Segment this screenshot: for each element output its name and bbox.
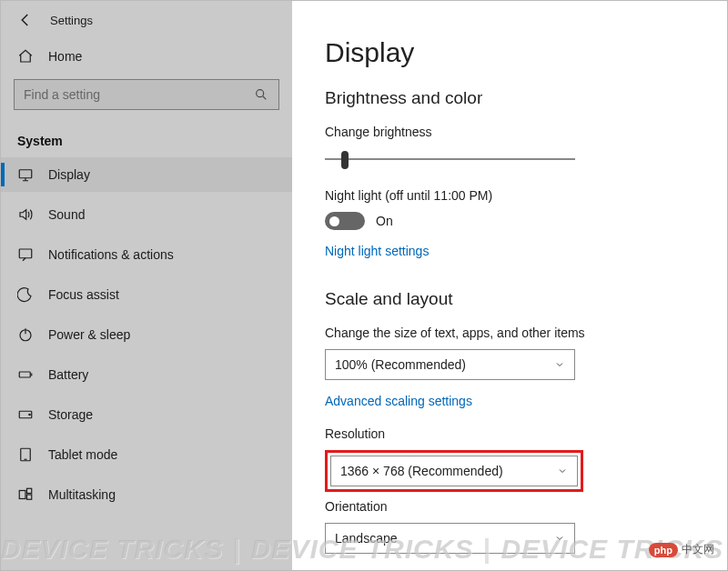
section-scale: Scale and layout xyxy=(325,289,694,309)
scale-select[interactable]: 100% (Recommended) xyxy=(325,349,575,380)
window-title: Settings xyxy=(50,14,93,27)
orientation-select[interactable]: Landscape xyxy=(325,523,575,554)
resolution-highlight: 1366 × 768 (Recommended) xyxy=(325,450,583,492)
sidebar-item-label: Tablet mode xyxy=(48,447,117,462)
resolution-select[interactable]: 1366 × 768 (Recommended) xyxy=(330,456,578,486)
search-icon xyxy=(253,86,269,103)
svg-rect-2 xyxy=(19,249,32,258)
section-system: System xyxy=(1,126,292,157)
nav-list: Display Sound Notifications & actions Fo… xyxy=(1,157,292,512)
back-arrow-icon[interactable] xyxy=(17,12,34,28)
sidebar-item-power[interactable]: Power & sleep xyxy=(1,317,292,352)
night-light-settings-link[interactable]: Night light settings xyxy=(325,244,429,258)
sidebar-item-label: Focus assist xyxy=(48,287,119,302)
sidebar-item-tablet[interactable]: Tablet mode xyxy=(1,437,292,472)
sidebar-item-label: Sound xyxy=(48,207,85,222)
night-light-label: Night light (off until 11:00 PM) xyxy=(325,188,694,203)
resolution-label: Resolution xyxy=(325,426,694,441)
search-field[interactable] xyxy=(24,87,242,102)
svg-rect-10 xyxy=(27,495,32,499)
sidebar-item-battery[interactable]: Battery xyxy=(1,357,292,392)
svg-rect-8 xyxy=(19,491,25,499)
scale-label: Change the size of text, apps, and other… xyxy=(325,326,694,340)
slider-thumb[interactable] xyxy=(341,151,349,169)
orientation-value: Landscape xyxy=(335,531,398,546)
sound-icon xyxy=(17,206,34,223)
multitasking-icon xyxy=(17,486,34,503)
svg-rect-4 xyxy=(19,372,30,377)
focus-icon xyxy=(17,286,34,303)
display-icon xyxy=(17,166,34,183)
night-light-state: On xyxy=(376,214,393,228)
power-icon xyxy=(17,326,34,343)
brightness-label: Change brightness xyxy=(325,125,694,139)
sidebar-item-label: Multitasking xyxy=(48,487,116,502)
sidebar-item-label: Storage xyxy=(48,407,93,422)
resolution-value: 1366 × 768 (Recommended) xyxy=(340,464,503,478)
battery-icon xyxy=(17,366,34,383)
svg-point-0 xyxy=(257,90,264,97)
orientation-label: Orientation xyxy=(325,499,694,514)
notifications-icon xyxy=(17,246,34,263)
settings-sidebar: Settings Home System Display xyxy=(1,1,292,570)
section-brightness: Brightness and color xyxy=(325,88,694,108)
svg-rect-1 xyxy=(19,170,32,178)
sidebar-item-label: Display xyxy=(48,167,90,182)
sidebar-item-sound[interactable]: Sound xyxy=(1,197,292,232)
sidebar-item-label: Battery xyxy=(48,367,88,382)
tablet-icon xyxy=(17,446,34,463)
sidebar-item-focus[interactable]: Focus assist xyxy=(1,277,292,312)
sidebar-item-display[interactable]: Display xyxy=(1,157,292,192)
home-label: Home xyxy=(48,49,82,64)
main-content: Display Brightness and color Change brig… xyxy=(292,1,727,570)
svg-point-6 xyxy=(29,414,31,416)
chevron-down-icon xyxy=(554,359,565,370)
svg-rect-9 xyxy=(27,488,32,493)
storage-icon xyxy=(17,406,34,423)
sidebar-item-label: Notifications & actions xyxy=(48,247,174,262)
night-light-toggle[interactable] xyxy=(325,212,365,230)
page-title: Display xyxy=(325,37,694,68)
sidebar-item-label: Power & sleep xyxy=(48,327,130,342)
scale-value: 100% (Recommended) xyxy=(335,357,466,372)
home-icon xyxy=(17,48,34,65)
chevron-down-icon xyxy=(554,533,565,544)
sidebar-item-notifications[interactable]: Notifications & actions xyxy=(1,237,292,272)
sidebar-item-multitasking[interactable]: Multitasking xyxy=(1,477,292,512)
brightness-slider[interactable] xyxy=(325,148,575,170)
search-input[interactable] xyxy=(14,79,279,110)
advanced-scaling-link[interactable]: Advanced scaling settings xyxy=(325,394,472,408)
home-nav[interactable]: Home xyxy=(1,39,292,74)
chevron-down-icon xyxy=(557,466,568,476)
sidebar-item-storage[interactable]: Storage xyxy=(1,397,292,432)
